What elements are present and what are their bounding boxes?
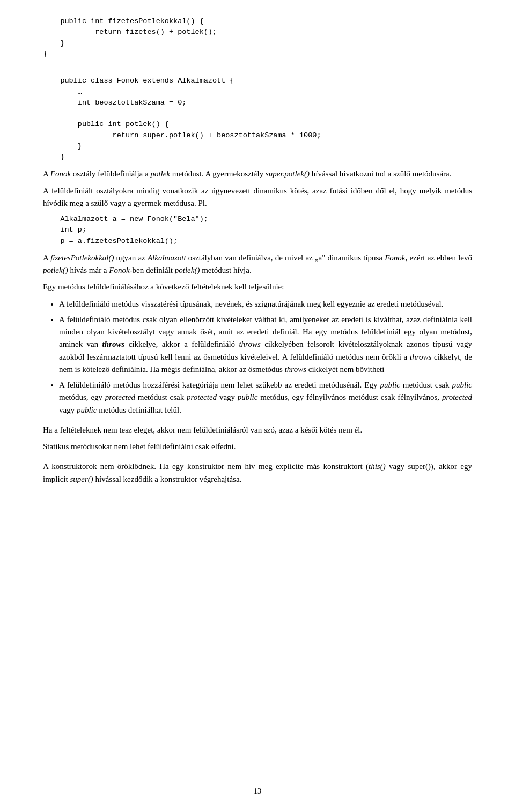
bullet-list: A felüldefiniáló metódus visszatérési tí…	[59, 298, 472, 416]
closing-paragraph-3: A konstruktorok nem öröklődnek. Ha egy k…	[43, 460, 472, 486]
page: public int fizetesPotlekokkal() { return…	[0, 0, 515, 812]
paragraph-1: A Fonok osztály felüldefiniálja a potlek…	[43, 168, 472, 180]
code-block-1: public int fizetesPotlekokkal() { return…	[43, 16, 472, 59]
page-number: 13	[0, 787, 515, 796]
closing-paragraph-2: Statikus metódusokat nem lehet felüldefi…	[43, 441, 472, 453]
code-block-2: public class Fonok extends Alkalmazott {…	[43, 65, 472, 162]
closing-paragraph-1: Ha a feltételeknek nem tesz eleget, akko…	[43, 424, 472, 436]
bullet-item-2: A felüldefiniáló metódus csak olyan elle…	[59, 314, 472, 376]
code-block-3: Alkalmazott a = new Fonok("Bela"); int p…	[43, 214, 472, 247]
paragraph-2: A felüldefiniált osztályokra mindig vona…	[43, 185, 472, 210]
bullet-item-3: A felüldefiniáló metódus hozzáférési kat…	[59, 379, 472, 416]
bullet-item-1: A felüldefiniáló metódus visszatérési tí…	[59, 298, 472, 310]
paragraph-4: Egy metódus felüldefiniálásához a követk…	[43, 281, 472, 293]
paragraph-3: A fizetesPotlekokkal() ugyan az Alkalmaz…	[43, 252, 472, 277]
